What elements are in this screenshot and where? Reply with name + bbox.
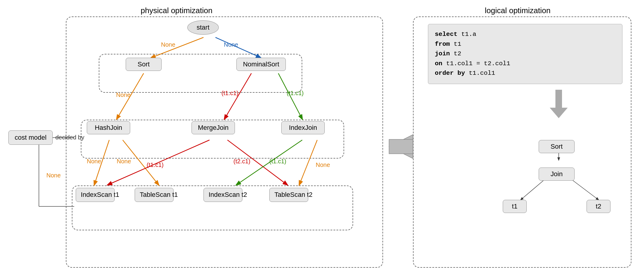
hashjoin-node: HashJoin [87, 121, 130, 134]
join-logical-node: Join [539, 168, 575, 181]
code-order-kw: order by [435, 70, 465, 77]
edge-hashjoin-indexscant1-label: None [87, 158, 101, 165]
code-join-kw: join [435, 50, 450, 57]
sort-node: Sort [126, 58, 162, 71]
start-node: start [187, 20, 219, 35]
code-from-kw: from [435, 41, 450, 48]
svg-rect-15 [389, 139, 413, 154]
tablescan-t1-node: TableScan t1 [135, 188, 174, 202]
code-box: select t1.a from t1 join t2 on t1.col1 =… [428, 24, 622, 84]
cost-model-box: cost model [8, 130, 53, 145]
edge-indexjoin-tablescant2-label: None [316, 162, 330, 168]
edge-hashjoin-tablescant1-label: None [117, 158, 131, 165]
edge-cost-indexscant1-label: None [46, 172, 61, 179]
indexscan-t2-node: IndexScan t2 [203, 188, 242, 202]
decided-by-label: decided by [55, 134, 84, 141]
mergejoin-node: MergeJoin [192, 121, 235, 134]
t1-logical-node: t1 [503, 200, 527, 213]
code-on-kw: on [435, 60, 442, 67]
sort-logical-node: Sort [539, 140, 575, 153]
nominalsort-node: NominalSort [236, 58, 286, 71]
edge-start-nominalsort-label: None [224, 41, 238, 48]
t2-logical-node: t2 [587, 200, 610, 213]
edge-mergejoin-tablescant2-label: (t2.c1) [233, 158, 250, 165]
edge-start-sort-label: None [161, 41, 175, 48]
physical-optimization-title: physical optimization [141, 6, 212, 15]
main-container: physical optimization logical optimizati… [0, 0, 644, 277]
edge-indexjoin-indexscant2-label: (t1.c1) [269, 158, 286, 165]
indexjoin-node: IndexJoin [281, 121, 325, 134]
svg-marker-14 [389, 135, 413, 159]
edge-nominalsort-mergejoin-label: (t1.c1) [221, 90, 239, 97]
indexscan-t1-node: IndexScan t1 [76, 188, 115, 202]
logical-optimization-title: logical optimization [485, 6, 551, 15]
tablescan-t2-node: TableScan t2 [269, 188, 308, 202]
edge-sort-hashjoin-label: None [116, 92, 130, 98]
code-select-kw: select [435, 31, 458, 38]
edge-nominalsort-indexjoin-label: (t1.c1) [287, 90, 304, 97]
edge-mergejoin-indexscant1-label: (t1.c1) [147, 162, 164, 168]
